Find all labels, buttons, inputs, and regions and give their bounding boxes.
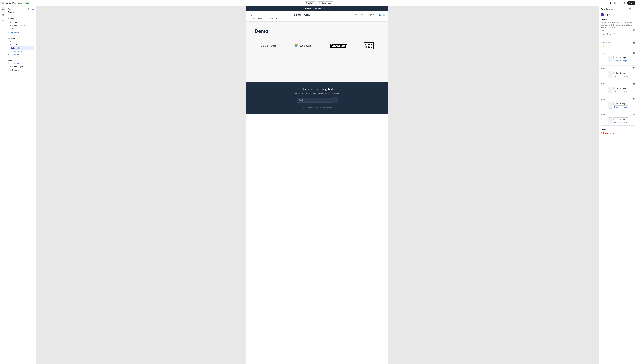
snap-blocks-row: S Snap Blocks	[599, 12, 637, 17]
default-dropdown[interactable]: ⚙ Default ▾	[304, 1, 316, 5]
email-expand-icon: ▶	[10, 66, 11, 68]
sidebar-item-apps-template[interactable]: ▼ ⊞ Apps	[9, 43, 34, 46]
panel-header: Auto Scroller ⊞ ⋯	[599, 6, 637, 12]
rail-icon-settings[interactable]: ⚙	[0, 12, 6, 18]
nav-link-demos[interactable]: APP DEMOS ▾	[268, 18, 278, 20]
image-thumbnail-5	[608, 118, 612, 124]
sidebar-item-email-signup[interactable]: ▶ ⊞ Email signup	[9, 65, 34, 68]
svg-point-2	[295, 45, 297, 47]
explore-link-4[interactable]: Explore free images	[614, 106, 628, 108]
sidebar-item-page[interactable]: ⊞ Page	[9, 40, 34, 43]
tablet-icon-btn[interactable]: 📋	[614, 1, 617, 5]
account-icon[interactable]: 👤	[379, 14, 381, 16]
mobile-icon-btn[interactable]: 📱	[608, 1, 612, 5]
image-save-icon-1[interactable]: 💾	[633, 52, 635, 54]
image-save-icon-3[interactable]: 💾	[633, 83, 635, 84]
image-block-5: Select image Explore free images	[601, 116, 635, 126]
logo-2: Logoipsum	[294, 44, 312, 48]
sidebar-item-header[interactable]: ▶ ⊞ Header	[9, 27, 34, 30]
add-section-footer-btn[interactable]: ⊕ Add section	[8, 62, 34, 65]
add-section2-plus-icon: ⊕	[8, 53, 10, 55]
italic-btn[interactable]: I	[610, 33, 611, 35]
remove-icon: 🗑	[601, 132, 602, 134]
search-icon[interactable]: 🔍	[250, 14, 252, 16]
title-input[interactable]	[601, 36, 635, 40]
select-image-btn-4[interactable]: Select image	[614, 102, 628, 106]
sidebar-item-apps[interactable]: ▶ ⊞ Apps 👁	[9, 20, 34, 24]
bold-btn[interactable]: B	[606, 33, 609, 35]
preview-section: Preview Change Demo ↗	[6, 8, 36, 14]
sidebar-item-auto-scroller[interactable]: A Auto Scroller	[11, 46, 34, 50]
image-thumbnail-1	[608, 56, 612, 62]
select-image-btn-1[interactable]: Select image	[614, 56, 628, 59]
cart-icon[interactable]: 🛒	[383, 14, 385, 16]
footer-title: Join our mailing list	[250, 87, 385, 91]
image-block-4: Select image Explore free images	[601, 100, 635, 110]
icon-rail: ☰ ⚙ ⊞	[0, 6, 6, 364]
nav-link-demo[interactable]: DEMO CATALOGUE	[250, 18, 265, 20]
preview-label: Preview	[8, 8, 14, 10]
select-image-btn-3[interactable]: Select image	[614, 87, 628, 90]
email-input[interactable]	[297, 98, 332, 102]
footer-copy: © 2024, Seapixel Demo Powered by Shopify	[250, 107, 385, 108]
template-section: Template ⊞ Page ▼ ⊞ Apps A Auto Scroller…	[6, 36, 36, 56]
explore-link-3[interactable]: Explore free images	[614, 91, 628, 92]
add-block-btn[interactable]: ⊕ Add block	[8, 50, 34, 53]
image-thumbnail-3	[608, 87, 612, 93]
image-save-icon-4[interactable]: 💾	[633, 98, 635, 100]
divider-symbol-label: Divider symbol 💾	[601, 42, 635, 44]
email-icon: ⊞	[12, 66, 13, 68]
page-content: Demo	[246, 22, 388, 37]
footer-section-label: Footer	[8, 58, 34, 62]
image-thumbnail-4	[608, 102, 612, 108]
demo-row: Demo ↗	[8, 11, 34, 14]
image-save-icon-5[interactable]: 💾	[633, 114, 635, 116]
select-image-btn-5[interactable]: Select image	[614, 118, 628, 121]
image-actions-4: Select image Explore free images	[614, 102, 628, 108]
sidebar-item-announcement[interactable]: ▶ ⊞ Announcement bar	[9, 24, 34, 27]
image-save-icon-2[interactable]: 💾	[633, 67, 635, 69]
explore-link-2[interactable]: Explore free images	[614, 75, 628, 77]
page-dropdown[interactable]: 📄 Default page ▾	[318, 1, 334, 5]
topbar-left: 🏪 Sense - Main Theme Live ⋯	[2, 1, 34, 4]
save-button[interactable]: Save	[628, 1, 635, 5]
sidebar-item-footer[interactable]: ▶ ⊞ Footer	[9, 68, 34, 72]
image-row-1: Select image Explore free images	[608, 56, 628, 62]
apps-visibility-icon[interactable]: 👁	[32, 21, 34, 23]
desktop-icon-btn[interactable]: 🖥	[604, 1, 608, 5]
remove-block-btn[interactable]: 🗑 Remove block	[601, 132, 614, 135]
select-image-btn-2[interactable]: Select image	[614, 71, 628, 75]
panel-more-btn[interactable]: ⋯	[632, 8, 635, 10]
format-btn[interactable]: </>	[602, 33, 606, 35]
divider-symbol-input[interactable]	[601, 44, 635, 48]
email-submit-btn[interactable]: →	[332, 97, 338, 103]
grid-icon-btn[interactable]: ⊞	[618, 1, 621, 5]
undo-button[interactable]: ↺	[622, 1, 626, 5]
announcement-expand-icon: ▶	[10, 24, 11, 26]
panel-grid-btn[interactable]: ⊞	[628, 8, 631, 10]
explore-link-5[interactable]: Explore free images	[614, 122, 628, 123]
link-btn[interactable]: 🔗	[612, 33, 616, 35]
rail-icon-apps[interactable]: ⊞	[0, 18, 6, 23]
change-link[interactable]: Change	[28, 8, 34, 10]
image-actions-2: Select image Explore free images	[614, 71, 628, 77]
title-toolbar: </> B I 🔗	[601, 32, 635, 36]
add-section-header-btn[interactable]: ⊕ Add section	[8, 30, 34, 34]
add-section-template-btn[interactable]: ⊕ Add section	[8, 53, 34, 56]
divider-save-icon[interactable]: 💾	[633, 42, 635, 44]
topbar-more-button[interactable]: ⋯	[31, 1, 34, 4]
rail-icon-sections[interactable]: ☰	[0, 7, 6, 12]
sidebar-divider-1	[6, 15, 36, 16]
snap-logo: S	[601, 13, 604, 16]
apps-template-icon: ⊞	[12, 44, 14, 46]
explore-link-1[interactable]: Explore free images	[614, 60, 628, 62]
apps-template-expand-icon: ▼	[10, 44, 12, 46]
nav-links: DEMO CATALOGUE APP DEMOS ▾	[250, 18, 385, 20]
general-label: General	[601, 129, 635, 131]
title-save-icon[interactable]: 💾	[633, 30, 635, 32]
image-block-3: Select image Explore free images	[601, 85, 635, 95]
demo-external-icon: ↗	[13, 11, 14, 13]
image-section-2: Image 💾 Select image Explore free images	[599, 66, 637, 81]
footer-section-canvas: Join our mailing list Join our email lis…	[246, 82, 388, 114]
banner-text: Introducing Our Newest Apps →	[305, 8, 330, 10]
